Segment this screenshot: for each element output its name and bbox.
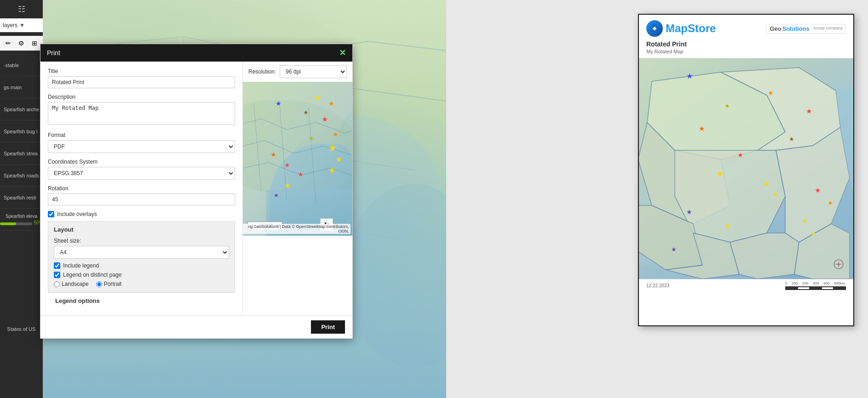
- sidebar-item-spearfish-restr[interactable]: Spearfish restr: [0, 187, 43, 209]
- svg-point-4: [838, 263, 839, 265]
- legend-options-bar: Legend options: [48, 292, 235, 309]
- sidebar-item-spearfish-bug[interactable]: Spearfish bug l: [0, 120, 43, 142]
- sidebar-tools-bar: ✏ ⚙ ⊞: [0, 36, 43, 51]
- format-label: Format: [48, 132, 235, 138]
- include-overlays-checkbox[interactable]: [48, 211, 54, 217]
- sidebar-item-spearfish-eleva[interactable]: Spearfish eleva 50%: [0, 209, 43, 231]
- landscape-radio[interactable]: [54, 281, 60, 287]
- dialog-header: Print ✕: [40, 44, 352, 62]
- logo-row: MapStore GeoSolutions Group company: [646, 20, 846, 37]
- portrait-option[interactable]: Portrait: [96, 281, 122, 287]
- sheet-size-row: Sheet size: A4 A3 Letter: [54, 238, 229, 259]
- preview-star: ★: [768, 89, 774, 97]
- layout-section: Layout Sheet size: A4 A3 Letter Include …: [48, 221, 235, 292]
- orientation-row: Landscape Portrait: [54, 281, 229, 287]
- sidebar-item-spearfish-roads[interactable]: Spearfish roads: [0, 165, 43, 187]
- format-select[interactable]: PDF PNG JPEG: [48, 140, 235, 153]
- print-dialog: Print ✕ Title Description My Rotated Map…: [40, 44, 353, 339]
- preview-star: ★: [772, 191, 778, 198]
- compass-icon: [833, 259, 844, 270]
- map-star: ★: [314, 94, 321, 102]
- portrait-radio[interactable]: [96, 281, 102, 287]
- title-label: Title: [48, 68, 235, 74]
- coordinates-select[interactable]: EPSG:3857 EPSG:4326: [48, 167, 235, 180]
- portrait-label: Portrait: [104, 281, 122, 287]
- geosolutions-logo: GeoSolutions Group company: [766, 24, 846, 34]
- preview-star: ★: [815, 186, 821, 194]
- dialog-footer: Print: [40, 315, 352, 338]
- sidebar-layer-list: -stable gs-main Spearfish arche Spearfis…: [0, 54, 43, 231]
- scale-ruler-container: 0 100 200 300 400 500km: [785, 281, 846, 290]
- sheet-size-select[interactable]: A4 A3 Letter: [54, 246, 229, 259]
- map-star: ★: [328, 143, 337, 153]
- preview-star: ★: [811, 230, 816, 237]
- format-group: Format PDF PNG JPEG: [48, 132, 235, 153]
- title-input[interactable]: [48, 76, 235, 88]
- preview-star: ★: [686, 72, 693, 80]
- dialog-form: Title Description My Rotated Map Format …: [40, 62, 243, 315]
- sidebar-menu-icon[interactable]: ☷: [0, 0, 43, 18]
- scale-bar: [785, 286, 846, 290]
- landscape-option[interactable]: Landscape: [54, 281, 89, 287]
- landscape-label: Landscape: [62, 281, 89, 287]
- preview-star: ★: [724, 222, 730, 230]
- preview-header: MapStore GeoSolutions Group company Rota…: [639, 15, 853, 58]
- sidebar: ☷ layers ▼ ✏ ⚙ ⊞ -stable gs-main Spearfi…: [0, 0, 43, 398]
- sidebar-layers-bar[interactable]: layers ▼: [0, 18, 43, 32]
- mapstore-logo: MapStore: [646, 20, 716, 37]
- geo-text: Geo: [770, 25, 781, 32]
- sidebar-item-gs-main[interactable]: gs-main: [0, 76, 43, 98]
- map-attribution: ng GeoSolutions | Data © OpenStreetMap c…: [243, 224, 351, 234]
- description-input[interactable]: My Rotated Map: [48, 102, 235, 125]
- legend-distinct-checkbox[interactable]: [54, 272, 60, 278]
- map-star: ★: [328, 166, 336, 175]
- preview-star: ★: [763, 180, 770, 188]
- resolution-label: Resolution:: [248, 68, 276, 75]
- description-group: Description My Rotated Map: [48, 94, 235, 126]
- sidebar-item-states[interactable]: States of US: [0, 315, 43, 343]
- legend-distinct-row: Legend on distinct page: [54, 272, 229, 278]
- legend-distinct-label: Legend on distinct page: [63, 272, 121, 278]
- sidebar-item-stable[interactable]: -stable: [0, 54, 43, 76]
- print-button[interactable]: Print: [311, 320, 345, 334]
- mapstore-logo-icon: [646, 20, 663, 37]
- rotation-group: Rotation: [48, 185, 235, 205]
- dialog-close-button[interactable]: ✕: [339, 48, 346, 58]
- preview-footer: 12.22.2023 0 100 200 300 400 500km: [639, 279, 853, 292]
- preview-star: ★: [806, 107, 812, 115]
- include-legend-label: Include legend: [63, 262, 99, 269]
- preview-star: ★: [686, 208, 692, 216]
- preview-title: Rotated Print: [646, 40, 846, 48]
- include-legend-checkbox[interactable]: [54, 262, 60, 269]
- ruler-labels: 0 100 200 300 400 500km: [785, 281, 845, 285]
- table-icon[interactable]: ⊞: [29, 38, 40, 48]
- sidebar-item-spearfish-strea[interactable]: Spearfish strea: [0, 142, 43, 165]
- map-star: ★: [274, 193, 279, 198]
- resolution-select[interactable]: 96 dpi 150 dpi 300 dpi: [280, 65, 347, 78]
- rotation-label: Rotation: [48, 185, 235, 192]
- preview-star: ★: [724, 102, 730, 109]
- filter-icon[interactable]: ▼: [19, 22, 25, 28]
- states-label: States of US: [7, 326, 36, 332]
- map-star: ★: [276, 100, 282, 107]
- preview-subtitle: My Rotated Map: [646, 49, 846, 54]
- legend-options-label: Legend options: [55, 297, 100, 304]
- coordinates-label: Coordinates System: [48, 159, 235, 165]
- preview-star: ★: [699, 125, 705, 133]
- dialog-title: Print: [47, 49, 60, 57]
- preview-star: ★: [828, 199, 833, 206]
- preview-map: ★ ★ ★ ★ ★ ★ ★ ★ ★ ★ ★ ★ ★ ★ ★ ★ ★: [639, 58, 853, 279]
- preview-star: ★: [716, 169, 724, 179]
- rotation-input[interactable]: [48, 193, 235, 205]
- include-overlays-label: Include overlays: [57, 211, 97, 217]
- pencil-icon[interactable]: ✏: [3, 38, 13, 48]
- sidebar-item-spearfish-arche[interactable]: Spearfish arche: [0, 98, 43, 120]
- map-star: ★: [328, 100, 334, 107]
- map-star: ★: [336, 156, 342, 163]
- preview-star: ★: [802, 217, 808, 225]
- map-preview: ★ ★ ★ ★ ★ ★ ★ ★ ★ ★ ★ ★ ★ ★ ★: [243, 82, 352, 236]
- settings-icon[interactable]: ⚙: [16, 38, 26, 48]
- map-star: ★: [270, 151, 276, 158]
- preview-date: 12.22.2023: [646, 283, 669, 288]
- print-preview-panel: MapStore GeoSolutions Group company Rota…: [638, 14, 854, 326]
